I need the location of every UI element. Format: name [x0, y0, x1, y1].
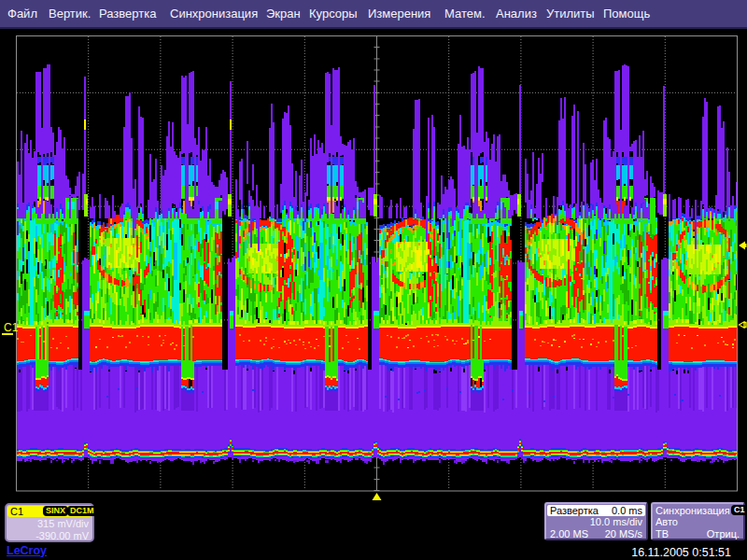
- svg-text:C1: C1: [4, 321, 19, 334]
